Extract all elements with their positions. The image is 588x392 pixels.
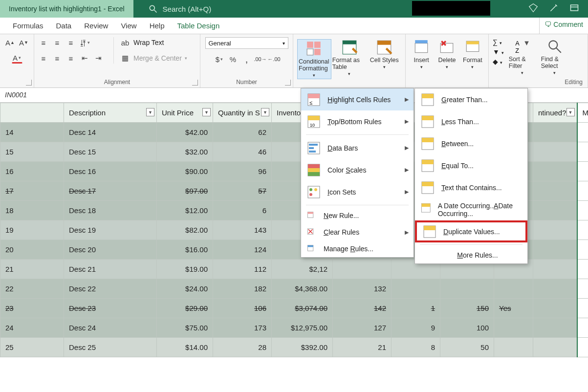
format-button[interactable]: Format▾ <box>461 39 484 69</box>
fill-button[interactable]: ▼ ▾ <box>493 48 504 56</box>
cell[interactable]: 17 <box>0 181 64 201</box>
cell[interactable] <box>533 162 577 181</box>
cell[interactable]: $42.00 <box>157 123 213 142</box>
cell[interactable]: 106 <box>213 299 272 318</box>
tab-view[interactable]: View <box>121 22 136 30</box>
percent-icon[interactable]: % <box>228 54 239 65</box>
table-row[interactable]: 24Desc 24$75.00173$12,975.001279100 <box>0 318 588 338</box>
decrease-decimal-icon[interactable]: ←.00 <box>269 54 280 65</box>
cell[interactable]: 14 <box>0 123 64 142</box>
cell[interactable] <box>577 299 588 318</box>
font-launcher-icon[interactable] <box>26 80 32 86</box>
cell[interactable] <box>577 338 588 357</box>
cell[interactable]: Desc 17 <box>64 181 157 201</box>
cell[interactable]: $19.00 <box>157 260 213 279</box>
cell[interactable] <box>494 318 533 338</box>
menu-item[interactable]: Equal To... <box>415 154 527 176</box>
align-center-icon[interactable]: ≡ <box>52 53 63 64</box>
cell[interactable]: Desc 19 <box>64 220 157 240</box>
filter-icon[interactable]: ▼ <box>146 108 154 116</box>
menu-item-duplicate-values[interactable]: Duplicate Values... <box>415 220 527 242</box>
cell[interactable]: 173 <box>213 318 272 338</box>
menu-item[interactable]: Color Scales▶ <box>301 159 414 181</box>
cell[interactable] <box>577 201 588 220</box>
cell[interactable] <box>533 299 577 318</box>
format-as-table-button[interactable]: Format as Table▾ <box>332 39 367 76</box>
cell[interactable]: Desc 15 <box>64 142 157 162</box>
menu-item[interactable]: Text that Contains... <box>415 176 527 198</box>
cell[interactable] <box>533 260 577 279</box>
cell[interactable] <box>533 181 577 201</box>
cell[interactable]: Desc 16 <box>64 162 157 181</box>
tab-review[interactable]: Review <box>84 22 108 30</box>
table-row[interactable]: 23Desc 23$29.00106$3,074.001421150Yes <box>0 299 588 318</box>
cell[interactable]: 20 <box>0 240 64 260</box>
cell[interactable]: $12,975.00 <box>272 318 333 338</box>
cell[interactable]: $12.00 <box>157 201 213 220</box>
cell[interactable]: Desc 14 <box>64 123 157 142</box>
find-select-button[interactable]: Find & Select▾ <box>541 38 568 75</box>
filter-icon[interactable]: ▼ <box>202 108 211 116</box>
align-left-icon[interactable]: ≡ <box>38 53 49 64</box>
cell[interactable]: 16 <box>0 162 64 181</box>
cell[interactable]: Desc 23 <box>64 299 157 318</box>
cell[interactable] <box>577 142 588 162</box>
indent-decrease-icon[interactable]: ⇤ <box>79 53 90 64</box>
cell[interactable] <box>577 162 588 181</box>
cell[interactable]: 127 <box>333 318 392 338</box>
increase-decimal-icon[interactable]: .00→ <box>255 54 266 65</box>
conditional-formatting-button[interactable]: Conditional Formatting▾ <box>297 39 331 79</box>
column-header[interactable]: Unit Price▼ <box>157 103 213 123</box>
cell[interactable] <box>533 201 577 220</box>
column-header[interactable]: Quantity in S▼ <box>213 103 272 123</box>
tab-formulas[interactable]: Formulas <box>13 22 44 30</box>
cell[interactable]: 182 <box>213 279 272 299</box>
cell[interactable]: 62 <box>213 123 272 142</box>
tab-help[interactable]: Help <box>150 22 165 30</box>
cell[interactable]: 57 <box>213 181 272 201</box>
alignment-launcher-icon[interactable] <box>192 80 198 86</box>
cell[interactable]: $29.00 <box>157 299 213 318</box>
cell[interactable]: $16.00 <box>157 240 213 260</box>
clear-button[interactable]: ◆ ▾ <box>493 58 504 65</box>
cell[interactable] <box>577 318 588 338</box>
cell[interactable]: 100 <box>440 318 494 338</box>
cell[interactable] <box>577 220 588 240</box>
align-bottom-icon[interactable]: ≡ <box>65 37 76 48</box>
cell[interactable]: Desc 24 <box>64 318 157 338</box>
sort-filter-button[interactable]: AZSort & Filter▾ <box>509 38 536 75</box>
cell[interactable] <box>392 279 440 299</box>
wrap-text-button[interactable]: abWrap Text <box>120 37 187 48</box>
cell[interactable]: $392.00 <box>272 338 333 357</box>
window-icon[interactable] <box>569 3 579 13</box>
cell[interactable]: 8 <box>392 338 440 357</box>
cell[interactable]: Yes <box>494 299 533 318</box>
cell[interactable] <box>577 279 588 299</box>
menu-item[interactable]: Less Than... <box>415 110 527 132</box>
cell[interactable]: 15 <box>0 142 64 162</box>
font-grow-icon[interactable]: A▲ <box>5 37 16 48</box>
align-middle-icon[interactable]: ≡ <box>52 37 63 48</box>
comma-icon[interactable]: , <box>241 54 252 65</box>
cell[interactable] <box>533 142 577 162</box>
cell[interactable] <box>333 260 392 279</box>
column-header[interactable]: ntinued?▼ <box>533 103 577 123</box>
menu-item[interactable]: 10Top/Bottom Rules▶ <box>301 110 414 132</box>
delete-button[interactable]: Delete▾ <box>435 39 458 69</box>
table-row[interactable]: 25Desc 25$14.0028$392.0021850 <box>0 338 588 357</box>
cell[interactable] <box>533 123 577 142</box>
menu-item[interactable]: Greater Than... <box>415 88 527 110</box>
cell[interactable]: 1 <box>392 299 440 318</box>
cell[interactable] <box>577 123 588 142</box>
cell[interactable]: $75.00 <box>157 318 213 338</box>
cell[interactable]: 21 <box>0 260 64 279</box>
insert-button[interactable]: Insert▾ <box>410 39 433 69</box>
cell[interactable]: 9 <box>392 318 440 338</box>
cell[interactable]: 23 <box>0 299 64 318</box>
cell[interactable]: 124 <box>213 240 272 260</box>
cell[interactable]: Desc 22 <box>64 279 157 299</box>
cell[interactable]: $2,12 <box>272 260 333 279</box>
cell[interactable]: 50 <box>440 338 494 357</box>
search-placeholder[interactable]: Search (Alt+Q) <box>163 5 212 13</box>
cell[interactable]: $97.00 <box>157 181 213 201</box>
